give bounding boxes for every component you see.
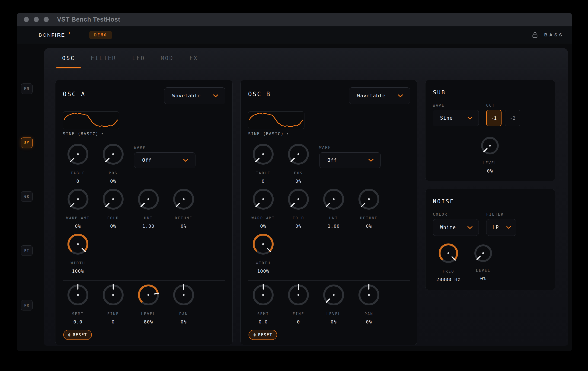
sidebar-item-sy[interactable]: SY: [21, 138, 33, 148]
osc-a-warp-select[interactable]: Off: [134, 152, 195, 168]
knob-label: POS: [109, 171, 117, 175]
osc-b-table-knob[interactable]: TABLE0: [252, 144, 274, 184]
osc-b-warp-select[interactable]: Off: [319, 152, 381, 168]
caret-down-icon: ▾: [101, 132, 104, 135]
knob-dial[interactable]: [358, 189, 379, 210]
knob-dial[interactable]: [323, 284, 344, 306]
window-titlebar[interactable]: VST Bench TestHost: [17, 13, 572, 26]
osc-b-level-knob[interactable]: LEVEL0%: [323, 284, 344, 325]
knob-dial[interactable]: [288, 144, 309, 165]
osc-b-pan-knob[interactable]: PAN0%: [358, 284, 379, 325]
noise-filter-select[interactable]: LP: [486, 219, 516, 236]
desktop: VST Bench TestHost BONFIRE DEMO BASS MN …: [0, 0, 588, 371]
close-window-button[interactable]: [24, 17, 29, 22]
knob-dial[interactable]: [358, 284, 379, 306]
knob-dial[interactable]: [67, 284, 89, 306]
osc-a-mode-select[interactable]: Wavetable: [164, 87, 225, 104]
osc-b-semi-knob[interactable]: SEMI0.0: [252, 284, 274, 325]
knob-label: PAN: [365, 312, 373, 316]
knob-dial[interactable]: [103, 189, 124, 210]
osc-b-uni-knob[interactable]: UNI1.00: [323, 189, 344, 229]
knob-dial[interactable]: [138, 284, 159, 306]
knob-label: POS: [294, 171, 303, 175]
reset-label: RESET: [73, 332, 87, 337]
knob-value: 0: [262, 178, 264, 184]
knob-label: DETUNE: [175, 216, 192, 220]
sidebar-item-pr[interactable]: PR: [21, 300, 33, 310]
osc-a-table-knob[interactable]: TABLE0: [67, 144, 89, 184]
osc-b-mode-select[interactable]: Wavetable: [349, 87, 410, 104]
sub-level-knob[interactable]: LEVEL0%: [481, 137, 499, 174]
knob-dial[interactable]: [103, 144, 124, 165]
noise-color-select[interactable]: White: [433, 219, 479, 236]
knob-dial[interactable]: [323, 189, 344, 210]
osc-a-divider: [63, 280, 225, 281]
sidebar-item-gr[interactable]: GR: [21, 191, 33, 202]
osc-a-pan-knob[interactable]: PAN0%: [173, 284, 194, 325]
knob-dial[interactable]: [252, 189, 274, 210]
knob-dial[interactable]: [67, 189, 89, 210]
knob-dial[interactable]: [173, 284, 194, 306]
knob-dial[interactable]: [252, 284, 274, 306]
osc-a-width-knob[interactable]: WIDTH100%: [67, 233, 89, 274]
osc-b-fold-knob[interactable]: FOLD0%: [288, 189, 309, 229]
sub-oct-minus1-button[interactable]: -1: [486, 110, 502, 126]
tab-filter[interactable]: FILTER: [84, 48, 123, 68]
noise-filter-label: FILTER: [486, 212, 504, 217]
sidebar-item-mn[interactable]: MN: [21, 84, 33, 94]
osc-a-level-knob[interactable]: LEVEL80%: [138, 284, 159, 325]
osc-a-pos-knob[interactable]: POS0%: [103, 144, 124, 184]
osc-b-warp-amt-knob[interactable]: WARP AMT0%: [251, 189, 275, 229]
noise-title: NOISE: [433, 198, 454, 205]
reset-icon: Φ: [68, 332, 71, 337]
knob-dial[interactable]: [138, 189, 159, 210]
osc-b-fine-knob[interactable]: FINE0: [288, 284, 309, 325]
osc-a-reset-button[interactable]: Φ RESET: [63, 330, 92, 340]
knob-dial[interactable]: [474, 244, 492, 262]
minimize-window-button[interactable]: [34, 17, 39, 22]
knob-value: 20000 Hz: [436, 277, 461, 282]
knob-label: DETUNE: [360, 216, 378, 220]
knob-dial[interactable]: [288, 284, 309, 306]
osc-a-wavetable-select[interactable]: SINE (BASIC) ▾: [63, 131, 104, 136]
tab-mod[interactable]: MOD: [154, 48, 180, 68]
knob-dial[interactable]: [439, 243, 458, 263]
osc-b-width-knob[interactable]: WIDTH100%: [252, 233, 274, 274]
osc-b-detune-knob[interactable]: DETUNE0%: [358, 189, 379, 229]
noise-level-knob[interactable]: LEVEL0%: [474, 244, 492, 281]
knob-value: 0: [297, 319, 300, 325]
sidebar-item-pt[interactable]: PT: [21, 245, 33, 256]
osc-a-fold-knob[interactable]: FOLD0%: [103, 189, 124, 229]
tab-lfo[interactable]: LFO: [126, 48, 151, 68]
osc-a-fine-knob[interactable]: FINE0: [103, 284, 124, 325]
knob-dial[interactable]: [288, 189, 309, 210]
osc-a-waveform-display: [63, 111, 119, 129]
tab-osc[interactable]: OSC: [56, 48, 81, 68]
tab-fx[interactable]: FX: [183, 48, 204, 68]
osc-a-warp-amt-knob[interactable]: WARP AMT0%: [66, 189, 90, 229]
knob-dial[interactable]: [67, 233, 89, 255]
knob-label: UNI: [144, 216, 153, 220]
osc-a-detune-knob[interactable]: DETUNE0%: [173, 189, 194, 229]
knob-label: FOLD: [107, 216, 119, 220]
knob-dial[interactable]: [67, 144, 89, 165]
preset-name[interactable]: BASS: [544, 32, 564, 38]
osc-b-reset-button[interactable]: Φ RESET: [249, 330, 277, 340]
knob-value: 0%: [366, 223, 372, 229]
unlock-icon[interactable]: [532, 32, 538, 39]
knob-value: 0%: [480, 276, 486, 281]
knob-dial[interactable]: [252, 144, 274, 165]
osc-b-wavetable-select[interactable]: SINE (BASIC) ▾: [248, 131, 289, 136]
osc-b-pos-knob[interactable]: POS0%: [288, 144, 309, 184]
knob-dial[interactable]: [252, 233, 274, 255]
knob-dial[interactable]: [103, 284, 124, 306]
knob-dial[interactable]: [173, 189, 194, 210]
noise-freq-knob[interactable]: FREQ20000 Hz: [436, 243, 461, 282]
sub-wave-select[interactable]: Sine: [433, 110, 479, 126]
osc-a-semi-knob[interactable]: SEMI0.0: [67, 284, 89, 325]
sub-oct-minus2-button[interactable]: -2: [505, 110, 520, 126]
osc-a-uni-knob[interactable]: UNI1.00: [138, 189, 159, 229]
zoom-window-button[interactable]: [44, 17, 49, 22]
knob-dial[interactable]: [481, 137, 499, 155]
sub-title: SUB: [433, 89, 446, 96]
